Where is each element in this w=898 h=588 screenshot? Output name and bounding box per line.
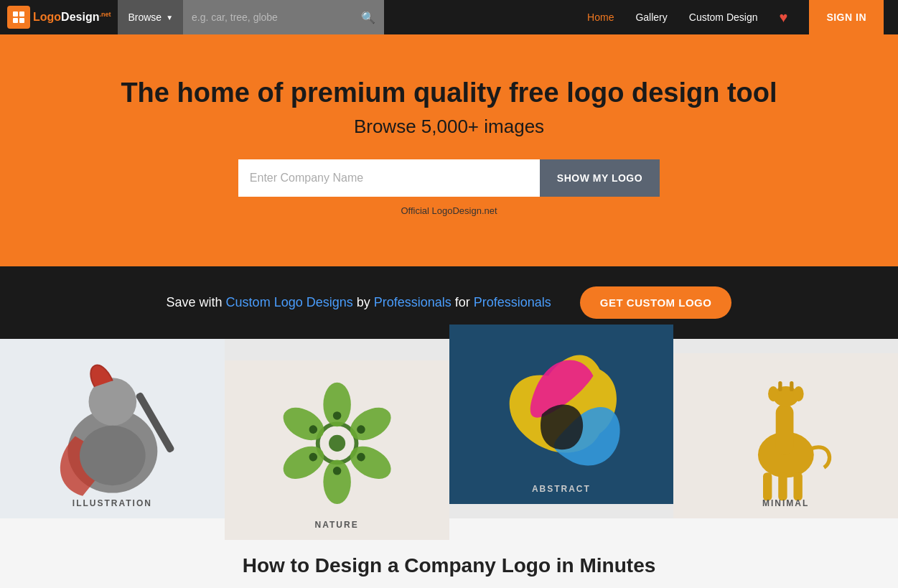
svg-rect-27 bbox=[778, 381, 782, 391]
logo-sup: .net bbox=[99, 11, 111, 18]
svg-point-13 bbox=[323, 459, 350, 504]
svg-point-10 bbox=[323, 383, 350, 427]
svg-rect-30 bbox=[778, 472, 787, 500]
svg-rect-0 bbox=[13, 11, 18, 17]
abstract-label: ABSTRACT bbox=[532, 484, 591, 494]
minimal-logo bbox=[697, 353, 875, 518]
browse-label: Browse bbox=[128, 11, 162, 23]
svg-point-11 bbox=[344, 401, 396, 447]
svg-rect-28 bbox=[790, 381, 793, 391]
how-to-section: How to Design a Company Logo in Minutes bbox=[0, 518, 898, 588]
show-logo-button[interactable]: SHOW MY LOGO bbox=[540, 159, 660, 197]
svg-point-26 bbox=[793, 386, 803, 401]
custom-banner-text: Save with Custom Logo Designs by Profess… bbox=[167, 295, 551, 310]
search-bar: 🔍 bbox=[183, 0, 384, 34]
svg-point-9 bbox=[329, 435, 345, 452]
nature-label: NATURE bbox=[315, 520, 359, 530]
svg-rect-29 bbox=[763, 472, 772, 500]
nav-link-custom-design[interactable]: Custom Design bbox=[689, 11, 758, 23]
search-input[interactable] bbox=[192, 11, 361, 23]
chevron-down-icon: ▼ bbox=[166, 14, 173, 22]
minimal-label: MINIMAL bbox=[762, 498, 809, 508]
gallery-item-nature[interactable]: NATURE bbox=[225, 360, 449, 540]
logo-text: LogoDesign.net bbox=[33, 11, 111, 24]
company-name-input[interactable] bbox=[238, 159, 540, 197]
svg-point-25 bbox=[768, 386, 778, 401]
gallery-item-abstract[interactable]: ABSTRACT bbox=[449, 325, 674, 504]
svg-point-7 bbox=[80, 426, 146, 485]
svg-rect-2 bbox=[13, 18, 18, 23]
navbar: LogoDesign.net Browse ▼ 🔍 Home Gallery C… bbox=[0, 0, 898, 34]
hero-form: SHOW MY LOGO bbox=[14, 159, 884, 197]
how-to-title: How to Design a Company Logo in Minutes bbox=[29, 554, 869, 577]
svg-rect-31 bbox=[793, 472, 802, 500]
svg-point-12 bbox=[344, 439, 396, 485]
browse-button[interactable]: Browse ▼ bbox=[118, 0, 183, 34]
hero-caption: Official LogoDesign.net bbox=[14, 205, 884, 216]
svg-point-19 bbox=[332, 467, 341, 475]
abstract-logo bbox=[459, 325, 664, 504]
svg-point-15 bbox=[277, 401, 329, 447]
get-custom-logo-button[interactable]: GET CUSTOM LOGO bbox=[580, 286, 732, 319]
svg-point-16 bbox=[332, 411, 341, 420]
hero-section: The home of premium quality free logo de… bbox=[0, 34, 898, 266]
gallery-item-illustration[interactable]: ILLUSTRATION bbox=[0, 339, 225, 518]
svg-rect-3 bbox=[19, 18, 24, 23]
logo-icon bbox=[7, 6, 30, 29]
hero-title: The home of premium quality free logo de… bbox=[14, 78, 884, 108]
signin-button[interactable]: SIGN IN bbox=[809, 0, 884, 34]
gallery-item-minimal[interactable]: MINIMAL bbox=[673, 353, 898, 518]
nature-logo bbox=[240, 360, 434, 540]
nav-links: Home Gallery Custom Design ♥ SIGN IN bbox=[384, 0, 898, 34]
illustration-label: ILLUSTRATION bbox=[73, 498, 152, 508]
svg-point-14 bbox=[277, 439, 329, 485]
hero-subtitle: Browse 5,000+ images bbox=[14, 116, 884, 138]
illustration-logo bbox=[8, 339, 218, 518]
search-icon[interactable]: 🔍 bbox=[361, 11, 375, 24]
svg-rect-1 bbox=[19, 11, 24, 17]
logo[interactable]: LogoDesign.net bbox=[7, 6, 111, 29]
nav-link-home[interactable]: Home bbox=[587, 11, 614, 23]
favorites-icon[interactable]: ♥ bbox=[780, 9, 788, 26]
nav-link-gallery[interactable]: Gallery bbox=[635, 11, 667, 23]
logo-gallery: ILLUSTRATION bbox=[0, 339, 898, 518]
svg-rect-23 bbox=[775, 404, 793, 455]
